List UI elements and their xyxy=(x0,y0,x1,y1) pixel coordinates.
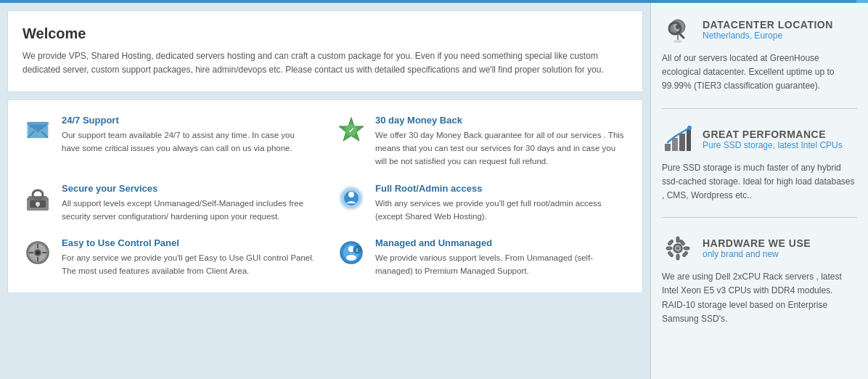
moneyback-icon: ✓ xyxy=(336,115,367,145)
hardware-icon xyxy=(662,232,694,264)
svg-rect-54 xyxy=(668,240,673,245)
svg-rect-57 xyxy=(668,251,673,257)
sidebar-hardware-title-block: HARDWARE WE USE only brand and new xyxy=(703,237,811,259)
feature-controlpanel-title: Easy to Use Control Panel xyxy=(62,237,314,248)
feature-support-desc: Our support team available 24/7 to assis… xyxy=(62,129,314,155)
sidebar-performance-body: Pure SSD storage is much faster of any h… xyxy=(662,161,857,203)
svg-text:i: i xyxy=(356,248,358,253)
feature-support-title: 24/7 Support xyxy=(62,115,314,126)
feature-rootaccess-title: Full Root/Admin access xyxy=(375,183,628,194)
performance-icon xyxy=(662,123,694,155)
sidebar-performance: GREAT PERFORMANCE Pure SSD storage, late… xyxy=(662,123,857,219)
svg-point-48 xyxy=(687,126,692,130)
svg-rect-45 xyxy=(672,138,678,151)
svg-rect-52 xyxy=(666,247,672,250)
sidebar-hardware-title: HARDWARE WE USE xyxy=(703,237,811,249)
feature-managed-desc: We provide various support levels. From … xyxy=(375,252,628,278)
feature-managed: i Managed and Unmanaged We provide vario… xyxy=(336,237,628,278)
svg-point-22 xyxy=(348,192,354,197)
security-icon xyxy=(22,183,53,213)
welcome-card: Welcome We provide VPS, Shared Hosting, … xyxy=(7,10,643,92)
sidebar-datacenter-title: DATACENTER LOCATION xyxy=(703,19,833,30)
sidebar-hardware-body: We are using Dell 2xCPU Rack servers , l… xyxy=(662,270,857,326)
svg-rect-18 xyxy=(37,204,38,207)
svg-rect-1 xyxy=(27,122,49,125)
feature-rootaccess-text: Full Root/Admin access With any services… xyxy=(375,183,628,224)
feature-controlpanel-desc: For any service we provide you'll get Ea… xyxy=(62,252,314,278)
sidebar-datacenter-header: DATACENTER LOCATION Netherlands, Europe xyxy=(662,14,857,46)
feature-moneyback-title: 30 day Money Back xyxy=(375,115,628,126)
feature-security-text: Secure your Services All support levels … xyxy=(62,183,314,224)
svg-point-59 xyxy=(676,247,679,250)
svg-point-30 xyxy=(36,250,40,255)
feature-support: 24/7 Support Our support team available … xyxy=(22,115,314,168)
svg-rect-53 xyxy=(684,247,689,250)
welcome-body: We provide VPS, Shared Hosting, dedicate… xyxy=(22,49,628,77)
svg-point-34 xyxy=(346,255,356,261)
sidebar-hardware-subtitle: only brand and new xyxy=(703,249,811,259)
sidebar: DATACENTER LOCATION Netherlands, Europe … xyxy=(650,3,868,379)
support-icon xyxy=(22,115,53,145)
svg-point-40 xyxy=(673,40,682,43)
svg-rect-55 xyxy=(682,251,688,257)
feature-security: Secure your Services All support levels … xyxy=(22,183,314,224)
feature-managed-title: Managed and Unmanaged xyxy=(375,237,628,248)
sidebar-datacenter-body: All of our servers located at GreenHouse… xyxy=(662,52,857,94)
feature-managed-text: Managed and Unmanaged We provide various… xyxy=(375,237,628,278)
controlpanel-icon xyxy=(22,237,53,268)
svg-rect-51 xyxy=(676,254,679,260)
rootaccess-icon xyxy=(336,183,367,213)
location-icon xyxy=(662,14,694,46)
feature-security-desc: All support levels except Unmanaged/Self… xyxy=(62,197,314,224)
main-content: Welcome We provide VPS, Shared Hosting, … xyxy=(0,3,650,379)
sidebar-datacenter-subtitle: Netherlands, Europe xyxy=(703,30,833,41)
features-card: 24/7 Support Our support team available … xyxy=(7,99,643,293)
svg-rect-50 xyxy=(676,237,679,243)
feature-moneyback-text: 30 day Money Back We offer 30 day Money … xyxy=(375,115,628,168)
sidebar-performance-header: GREAT PERFORMANCE Pure SSD storage, late… xyxy=(662,123,857,155)
sidebar-performance-subtitle: Pure SSD storage, latest Intel CPUs xyxy=(703,140,843,150)
sidebar-hardware: HARDWARE WE USE only brand and new We ar… xyxy=(662,232,857,341)
feature-security-title: Secure your Services xyxy=(62,183,314,194)
welcome-title: Welcome xyxy=(22,25,628,42)
managed-icon: i xyxy=(336,237,367,268)
sidebar-datacenter: DATACENTER LOCATION Netherlands, Europe … xyxy=(662,14,857,109)
feature-moneyback: ✓ 30 day Money Back We offer 30 day Mone… xyxy=(336,115,628,168)
svg-text:✓: ✓ xyxy=(348,126,354,134)
svg-rect-44 xyxy=(665,144,671,151)
feature-controlpanel: Easy to Use Control Panel For any servic… xyxy=(22,237,314,278)
features-grid: 24/7 Support Our support team available … xyxy=(22,115,628,278)
feature-controlpanel-text: Easy to Use Control Panel For any servic… xyxy=(62,237,314,278)
sidebar-performance-title-block: GREAT PERFORMANCE Pure SSD storage, late… xyxy=(703,129,843,150)
feature-moneyback-desc: We offer 30 day Money Back guarantee for… xyxy=(375,129,628,168)
svg-rect-47 xyxy=(687,129,691,151)
feature-rootaccess-desc: With any services we provide you'll get … xyxy=(375,197,628,224)
svg-rect-46 xyxy=(679,134,685,151)
feature-rootaccess: Full Root/Admin access With any services… xyxy=(336,183,628,224)
sidebar-performance-title: GREAT PERFORMANCE xyxy=(703,129,843,140)
feature-support-text: 24/7 Support Our support team available … xyxy=(62,115,314,155)
sidebar-hardware-header: HARDWARE WE USE only brand and new xyxy=(662,232,857,264)
sidebar-datacenter-title-block: DATACENTER LOCATION Netherlands, Europe xyxy=(703,19,833,41)
